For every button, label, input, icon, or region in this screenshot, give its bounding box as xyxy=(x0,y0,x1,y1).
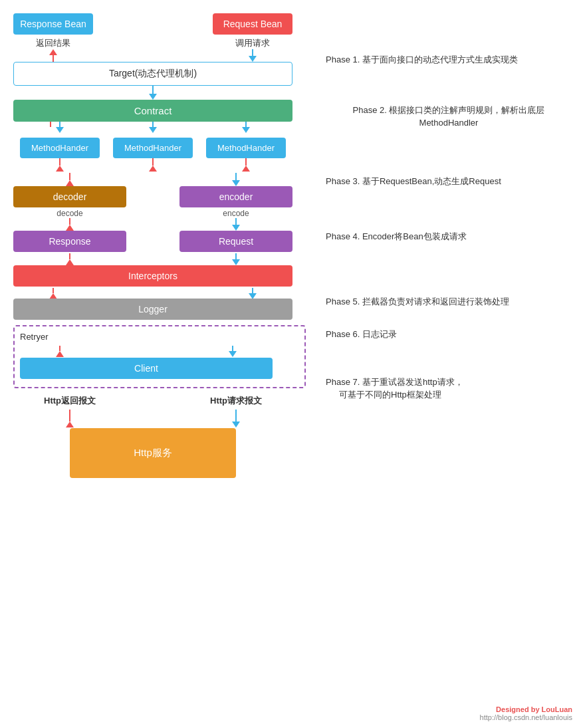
call-label: 调用请求 xyxy=(213,37,292,49)
client-box: Client xyxy=(20,358,273,379)
request-bean-box: Request Bean xyxy=(213,13,292,35)
arrow-target-contract xyxy=(149,94,157,100)
vline-target-contract xyxy=(152,86,154,94)
target-box: Target(动态代理机制) xyxy=(13,62,292,86)
arrow-contract-m3 xyxy=(242,127,250,133)
http-request-label: Http请求报文 xyxy=(210,396,262,406)
interceptors-box: Interceptors xyxy=(13,265,292,287)
phase2-text: Phase 2. 根据接口类的注解声明规则，解析出底层 MethodHandle… xyxy=(326,104,572,130)
vline-red-left xyxy=(53,55,54,62)
http-service-box: Http服务 xyxy=(70,428,236,478)
arrow-up-red-left xyxy=(49,49,57,55)
vline-blue-right xyxy=(252,49,253,56)
phase6-text: Phase 6. 日志记录 xyxy=(326,328,572,341)
retryer-box: Retryer xyxy=(13,325,306,388)
left-diagram: Response Bean Request Bean 返回结果 调用请求 xyxy=(13,13,306,478)
phase4-text: Phase 4. Encoder将Bean包装成请求 xyxy=(326,230,572,243)
request-bean-col: Request Bean xyxy=(213,13,292,35)
footer-url: http://blog.csdn.net/luanlouis xyxy=(480,713,572,721)
response-bean-box: Response Bean xyxy=(13,13,93,35)
right-phases: Phase 1. 基于面向接口的动态代理方式生成实现类 Phase 2. 根据接… xyxy=(326,53,572,402)
decode-label: decode xyxy=(57,209,82,218)
method1-box: MethodHander xyxy=(20,138,100,158)
method2-box: MethodHander xyxy=(113,138,193,158)
vline-contract-m2 xyxy=(152,122,154,127)
phase1-text: Phase 1. 基于面向接口的动态代理方式生成实现类 xyxy=(326,53,572,66)
retryer-label: Retryer xyxy=(20,332,299,342)
vline-contract-m3 xyxy=(245,122,247,127)
response-bean-col: Response Bean xyxy=(13,13,93,35)
return-label: 返回结果 xyxy=(13,37,93,49)
decoder-box: decoder xyxy=(13,186,126,207)
phase3-text: Phase 3. 基于RequestBean,动态生成Request xyxy=(326,175,572,188)
response-box: Response xyxy=(13,231,126,252)
logger-box: Logger xyxy=(13,299,292,320)
http-return-label: Http返回报文 xyxy=(44,396,96,406)
encode-label: encode xyxy=(223,209,249,218)
arrow-down-blue-right xyxy=(249,56,257,62)
arrow-contract-m1 xyxy=(56,127,64,133)
footer: Designed by LouLuan http://blog.csdn.net… xyxy=(480,705,572,721)
diagram-area: Response Bean Request Bean 返回结果 调用请求 xyxy=(0,0,579,728)
encoder-box: encoder xyxy=(179,186,292,207)
request-box: Request xyxy=(179,231,292,252)
phase7-text: Phase 7. 基于重试器发送http请求， 可基于不同的Http框架处理 xyxy=(326,376,572,402)
phase5-text: Phase 5. 拦截器负责对请求和返回进行装饰处理 xyxy=(326,295,572,308)
arrow-contract-m2 xyxy=(149,127,157,133)
vline-contract-m1 xyxy=(59,122,60,127)
designed-label: Designed by LouLuan xyxy=(496,705,572,713)
contract-box: Contract xyxy=(13,100,292,122)
method3-box: MethodHander xyxy=(206,138,286,158)
